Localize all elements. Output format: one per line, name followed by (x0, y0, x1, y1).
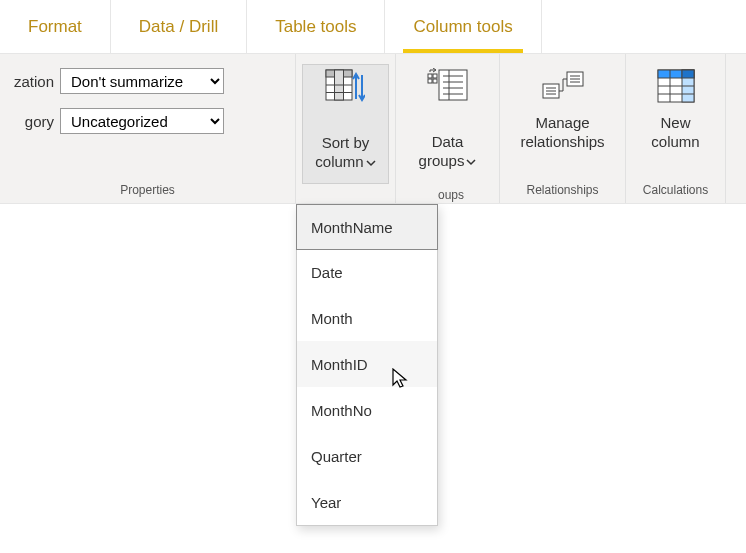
tab-column-tools[interactable]: Column tools (385, 0, 541, 53)
chevron-down-icon (466, 152, 476, 171)
tab-data-drill[interactable]: Data / Drill (111, 0, 247, 53)
svg-rect-7 (439, 70, 467, 100)
manage-relationships-label: Manage relationships (520, 114, 604, 152)
svg-rect-30 (682, 70, 694, 78)
manage-relationships-button[interactable]: Manage relationships (508, 64, 616, 184)
relationships-icon (541, 64, 585, 108)
sort-by-column-label: Sort by column (315, 115, 375, 171)
data-groups-icon (426, 64, 470, 108)
group-data-groups: Data groups (396, 54, 500, 203)
menu-item-monthid[interactable]: MonthID (297, 341, 437, 387)
menu-item-date[interactable]: Date (297, 249, 437, 295)
sort-by-column-menu: MonthName Date Month MonthID MonthNo Qua… (296, 204, 438, 526)
ribbon-tabs: Format Data / Drill Table tools Column t… (0, 0, 746, 54)
new-column-icon (654, 64, 698, 108)
summarization-select[interactable]: Don't summarize (60, 68, 224, 94)
category-select[interactable]: Uncategorized (60, 108, 224, 134)
menu-item-month[interactable]: Month (297, 295, 437, 341)
group-properties: zation Don't summarize gory Uncategorize… (0, 54, 296, 203)
menu-item-year[interactable]: Year (297, 479, 437, 525)
sort-icon (323, 65, 367, 109)
sort-by-column-button[interactable]: Sort by column (302, 64, 388, 184)
menu-item-quarter[interactable]: Quarter (297, 433, 437, 479)
new-column-label: New column (651, 114, 699, 152)
menu-item-monthno[interactable]: MonthNo (297, 387, 437, 433)
group-calculations-footer: Calculations (626, 183, 725, 197)
svg-rect-16 (433, 79, 437, 83)
tab-table-tools[interactable]: Table tools (247, 0, 385, 53)
tab-format[interactable]: Format (0, 0, 111, 53)
new-column-button[interactable]: New column (636, 64, 716, 184)
group-calculations: New column Calculations (626, 54, 726, 203)
group-sort: Sort by column (296, 54, 396, 203)
group-relationships-footer: Relationships (500, 183, 625, 197)
svg-marker-34 (393, 369, 406, 387)
category-label: gory (0, 113, 60, 130)
svg-rect-13 (428, 74, 432, 78)
group-relationships: Manage relationships Relationships (500, 54, 626, 203)
ribbon: zation Don't summarize gory Uncategorize… (0, 54, 746, 204)
data-groups-label: Data groups (419, 114, 477, 170)
menu-item-monthname[interactable]: MonthName (296, 204, 438, 250)
mouse-cursor-icon (392, 368, 412, 395)
svg-rect-15 (428, 79, 432, 83)
data-groups-button[interactable]: Data groups (407, 64, 489, 184)
summarization-label: zation (0, 73, 60, 90)
group-properties-footer: Properties (0, 183, 295, 197)
svg-rect-14 (433, 74, 437, 78)
groups-footer-fragment: oups (438, 188, 464, 202)
chevron-down-icon (366, 153, 376, 172)
